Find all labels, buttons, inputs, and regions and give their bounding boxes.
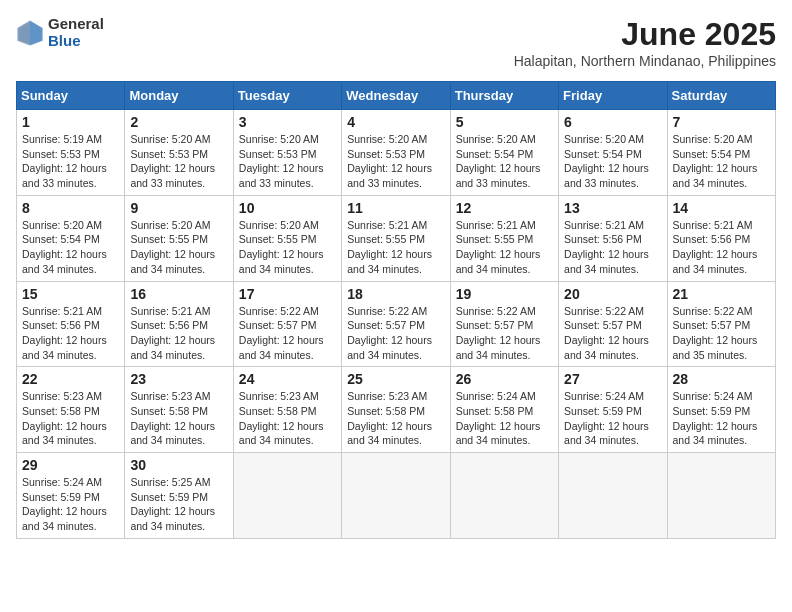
svg-marker-1 bbox=[30, 20, 43, 45]
day-info: Sunrise: 5:21 AMSunset: 5:56 PMDaylight:… bbox=[564, 218, 661, 277]
col-friday: Friday bbox=[559, 82, 667, 110]
logo-blue: Blue bbox=[48, 33, 104, 50]
day-number: 2 bbox=[130, 114, 227, 130]
day-number: 10 bbox=[239, 200, 336, 216]
table-row bbox=[559, 453, 667, 539]
table-row bbox=[450, 453, 558, 539]
day-info: Sunrise: 5:19 AMSunset: 5:53 PMDaylight:… bbox=[22, 132, 119, 191]
day-info: Sunrise: 5:21 AMSunset: 5:56 PMDaylight:… bbox=[673, 218, 770, 277]
day-number: 18 bbox=[347, 286, 444, 302]
day-info: Sunrise: 5:21 AMSunset: 5:55 PMDaylight:… bbox=[347, 218, 444, 277]
day-info: Sunrise: 5:24 AMSunset: 5:59 PMDaylight:… bbox=[564, 389, 661, 448]
day-info: Sunrise: 5:25 AMSunset: 5:59 PMDaylight:… bbox=[130, 475, 227, 534]
day-number: 4 bbox=[347, 114, 444, 130]
day-info: Sunrise: 5:24 AMSunset: 5:58 PMDaylight:… bbox=[456, 389, 553, 448]
calendar-week-row: 1Sunrise: 5:19 AMSunset: 5:53 PMDaylight… bbox=[17, 110, 776, 196]
day-number: 26 bbox=[456, 371, 553, 387]
table-row: 7Sunrise: 5:20 AMSunset: 5:54 PMDaylight… bbox=[667, 110, 775, 196]
day-info: Sunrise: 5:20 AMSunset: 5:55 PMDaylight:… bbox=[130, 218, 227, 277]
table-row: 9Sunrise: 5:20 AMSunset: 5:55 PMDaylight… bbox=[125, 195, 233, 281]
day-number: 11 bbox=[347, 200, 444, 216]
table-row: 23Sunrise: 5:23 AMSunset: 5:58 PMDayligh… bbox=[125, 367, 233, 453]
day-number: 19 bbox=[456, 286, 553, 302]
day-number: 28 bbox=[673, 371, 770, 387]
day-number: 22 bbox=[22, 371, 119, 387]
table-row: 3Sunrise: 5:20 AMSunset: 5:53 PMDaylight… bbox=[233, 110, 341, 196]
table-row: 22Sunrise: 5:23 AMSunset: 5:58 PMDayligh… bbox=[17, 367, 125, 453]
table-row: 12Sunrise: 5:21 AMSunset: 5:55 PMDayligh… bbox=[450, 195, 558, 281]
table-row: 18Sunrise: 5:22 AMSunset: 5:57 PMDayligh… bbox=[342, 281, 450, 367]
table-row: 30Sunrise: 5:25 AMSunset: 5:59 PMDayligh… bbox=[125, 453, 233, 539]
table-row: 24Sunrise: 5:23 AMSunset: 5:58 PMDayligh… bbox=[233, 367, 341, 453]
day-info: Sunrise: 5:22 AMSunset: 5:57 PMDaylight:… bbox=[673, 304, 770, 363]
day-info: Sunrise: 5:20 AMSunset: 5:53 PMDaylight:… bbox=[130, 132, 227, 191]
day-number: 27 bbox=[564, 371, 661, 387]
day-number: 3 bbox=[239, 114, 336, 130]
day-info: Sunrise: 5:20 AMSunset: 5:54 PMDaylight:… bbox=[564, 132, 661, 191]
calendar-table: Sunday Monday Tuesday Wednesday Thursday… bbox=[16, 81, 776, 539]
table-row: 19Sunrise: 5:22 AMSunset: 5:57 PMDayligh… bbox=[450, 281, 558, 367]
logo: General Blue bbox=[16, 16, 104, 49]
day-number: 1 bbox=[22, 114, 119, 130]
table-row: 17Sunrise: 5:22 AMSunset: 5:57 PMDayligh… bbox=[233, 281, 341, 367]
location-subtitle: Halapitan, Northern Mindanao, Philippine… bbox=[514, 53, 776, 69]
table-row: 25Sunrise: 5:23 AMSunset: 5:58 PMDayligh… bbox=[342, 367, 450, 453]
table-row: 6Sunrise: 5:20 AMSunset: 5:54 PMDaylight… bbox=[559, 110, 667, 196]
table-row bbox=[667, 453, 775, 539]
table-row: 11Sunrise: 5:21 AMSunset: 5:55 PMDayligh… bbox=[342, 195, 450, 281]
day-info: Sunrise: 5:20 AMSunset: 5:53 PMDaylight:… bbox=[239, 132, 336, 191]
day-info: Sunrise: 5:21 AMSunset: 5:55 PMDaylight:… bbox=[456, 218, 553, 277]
day-number: 17 bbox=[239, 286, 336, 302]
day-number: 5 bbox=[456, 114, 553, 130]
day-info: Sunrise: 5:23 AMSunset: 5:58 PMDaylight:… bbox=[22, 389, 119, 448]
day-info: Sunrise: 5:20 AMSunset: 5:54 PMDaylight:… bbox=[22, 218, 119, 277]
day-number: 23 bbox=[130, 371, 227, 387]
day-info: Sunrise: 5:21 AMSunset: 5:56 PMDaylight:… bbox=[22, 304, 119, 363]
day-number: 12 bbox=[456, 200, 553, 216]
col-sunday: Sunday bbox=[17, 82, 125, 110]
day-number: 29 bbox=[22, 457, 119, 473]
table-row: 13Sunrise: 5:21 AMSunset: 5:56 PMDayligh… bbox=[559, 195, 667, 281]
day-info: Sunrise: 5:24 AMSunset: 5:59 PMDaylight:… bbox=[673, 389, 770, 448]
day-info: Sunrise: 5:23 AMSunset: 5:58 PMDaylight:… bbox=[130, 389, 227, 448]
day-number: 25 bbox=[347, 371, 444, 387]
logo-icon bbox=[16, 19, 44, 47]
day-number: 16 bbox=[130, 286, 227, 302]
table-row: 21Sunrise: 5:22 AMSunset: 5:57 PMDayligh… bbox=[667, 281, 775, 367]
day-number: 20 bbox=[564, 286, 661, 302]
col-monday: Monday bbox=[125, 82, 233, 110]
table-row: 2Sunrise: 5:20 AMSunset: 5:53 PMDaylight… bbox=[125, 110, 233, 196]
table-row: 15Sunrise: 5:21 AMSunset: 5:56 PMDayligh… bbox=[17, 281, 125, 367]
logo-general: General bbox=[48, 16, 104, 33]
calendar-week-row: 29Sunrise: 5:24 AMSunset: 5:59 PMDayligh… bbox=[17, 453, 776, 539]
calendar-week-row: 8Sunrise: 5:20 AMSunset: 5:54 PMDaylight… bbox=[17, 195, 776, 281]
day-number: 7 bbox=[673, 114, 770, 130]
table-row: 4Sunrise: 5:20 AMSunset: 5:53 PMDaylight… bbox=[342, 110, 450, 196]
day-number: 9 bbox=[130, 200, 227, 216]
day-number: 13 bbox=[564, 200, 661, 216]
day-info: Sunrise: 5:20 AMSunset: 5:54 PMDaylight:… bbox=[456, 132, 553, 191]
day-number: 24 bbox=[239, 371, 336, 387]
table-row: 14Sunrise: 5:21 AMSunset: 5:56 PMDayligh… bbox=[667, 195, 775, 281]
col-saturday: Saturday bbox=[667, 82, 775, 110]
table-row: 27Sunrise: 5:24 AMSunset: 5:59 PMDayligh… bbox=[559, 367, 667, 453]
day-info: Sunrise: 5:20 AMSunset: 5:54 PMDaylight:… bbox=[673, 132, 770, 191]
day-number: 15 bbox=[22, 286, 119, 302]
col-wednesday: Wednesday bbox=[342, 82, 450, 110]
day-info: Sunrise: 5:22 AMSunset: 5:57 PMDaylight:… bbox=[239, 304, 336, 363]
page-header: General Blue June 2025 Halapitan, Northe… bbox=[16, 16, 776, 69]
day-info: Sunrise: 5:20 AMSunset: 5:55 PMDaylight:… bbox=[239, 218, 336, 277]
table-row: 16Sunrise: 5:21 AMSunset: 5:56 PMDayligh… bbox=[125, 281, 233, 367]
day-info: Sunrise: 5:23 AMSunset: 5:58 PMDaylight:… bbox=[239, 389, 336, 448]
day-number: 6 bbox=[564, 114, 661, 130]
calendar-week-row: 15Sunrise: 5:21 AMSunset: 5:56 PMDayligh… bbox=[17, 281, 776, 367]
svg-marker-2 bbox=[17, 20, 30, 45]
day-info: Sunrise: 5:23 AMSunset: 5:58 PMDaylight:… bbox=[347, 389, 444, 448]
col-tuesday: Tuesday bbox=[233, 82, 341, 110]
day-info: Sunrise: 5:24 AMSunset: 5:59 PMDaylight:… bbox=[22, 475, 119, 534]
col-thursday: Thursday bbox=[450, 82, 558, 110]
day-info: Sunrise: 5:22 AMSunset: 5:57 PMDaylight:… bbox=[456, 304, 553, 363]
logo-text: General Blue bbox=[48, 16, 104, 49]
table-row: 20Sunrise: 5:22 AMSunset: 5:57 PMDayligh… bbox=[559, 281, 667, 367]
day-info: Sunrise: 5:20 AMSunset: 5:53 PMDaylight:… bbox=[347, 132, 444, 191]
